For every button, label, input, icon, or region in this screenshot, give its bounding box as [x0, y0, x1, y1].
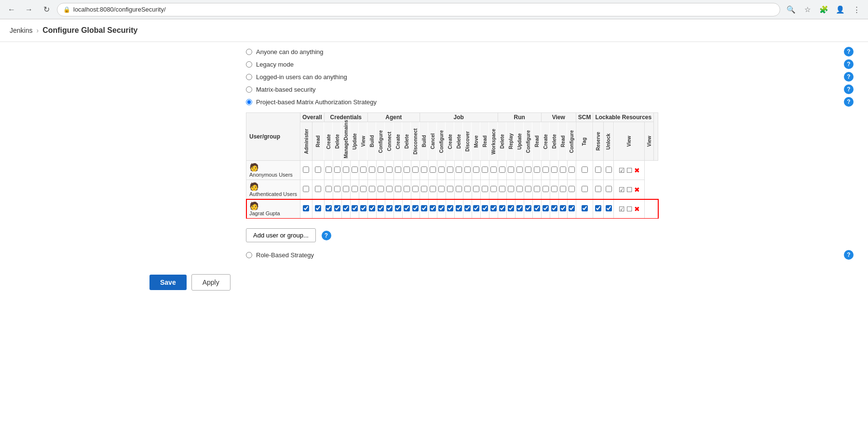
permission-checkbox[interactable] [352, 205, 358, 211]
permission-checkbox[interactable] [525, 186, 531, 192]
permission-checkbox[interactable] [404, 205, 410, 211]
back-button[interactable]: ← [5, 3, 18, 16]
permission-checkbox[interactable] [303, 167, 309, 173]
permission-checkbox[interactable] [369, 167, 375, 173]
permission-checkbox[interactable] [516, 167, 523, 173]
permission-checkbox[interactable] [473, 167, 479, 173]
permission-checkbox[interactable] [326, 205, 332, 211]
permission-checkbox[interactable] [490, 205, 497, 211]
radio-anyone[interactable] [246, 49, 252, 55]
forward-button[interactable]: → [22, 3, 36, 16]
profile-button[interactable]: 👤 [833, 3, 847, 16]
permission-checkbox[interactable] [456, 186, 462, 192]
permission-checkbox[interactable] [369, 205, 375, 211]
help-icon-3[interactable]: ? [844, 72, 854, 82]
help-icon-matrix[interactable]: ? [322, 231, 331, 240]
permission-checkbox[interactable] [430, 186, 436, 192]
permission-checkbox[interactable] [499, 186, 505, 192]
permission-checkbox[interactable] [595, 205, 601, 211]
permission-checkbox[interactable] [315, 167, 321, 173]
permission-checkbox[interactable] [360, 167, 366, 173]
permission-checkbox[interactable] [473, 205, 479, 211]
clear-all-icon[interactable]: ☐ [626, 205, 633, 213]
reload-button[interactable]: ↻ [40, 3, 53, 16]
permission-checkbox[interactable] [395, 186, 401, 192]
permission-checkbox[interactable] [438, 167, 445, 173]
permission-checkbox[interactable] [334, 205, 340, 211]
permission-checkbox[interactable] [508, 167, 514, 173]
permission-checkbox[interactable] [352, 167, 358, 173]
permission-checkbox[interactable] [378, 205, 384, 211]
select-all-icon[interactable]: ☑ [619, 186, 625, 194]
help-icon-4[interactable]: ? [844, 84, 854, 94]
permission-checkbox[interactable] [582, 167, 588, 173]
permission-checkbox[interactable] [369, 186, 375, 192]
radio-matrix[interactable] [246, 86, 252, 93]
permission-checkbox[interactable] [343, 167, 349, 173]
permission-checkbox[interactable] [551, 205, 557, 211]
permission-checkbox[interactable] [395, 167, 401, 173]
permission-checkbox[interactable] [378, 167, 384, 173]
permission-checkbox[interactable] [447, 186, 453, 192]
permission-checkbox[interactable] [456, 205, 462, 211]
permission-checkbox[interactable] [482, 167, 488, 173]
permission-checkbox[interactable] [395, 205, 401, 211]
clear-all-icon[interactable]: ☐ [626, 186, 633, 194]
permission-checkbox[interactable] [595, 186, 601, 192]
permission-checkbox[interactable] [386, 167, 393, 173]
permission-checkbox[interactable] [326, 186, 332, 192]
permission-checkbox[interactable] [303, 205, 309, 211]
permission-checkbox[interactable] [569, 167, 575, 173]
permission-checkbox[interactable] [560, 186, 566, 192]
radio-project-matrix[interactable] [246, 99, 252, 105]
menu-button[interactable]: ⋮ [850, 3, 863, 16]
permission-checkbox[interactable] [352, 186, 358, 192]
permission-checkbox[interactable] [464, 167, 471, 173]
permission-checkbox[interactable] [421, 205, 427, 211]
permission-checkbox[interactable] [482, 186, 488, 192]
permission-checkbox[interactable] [490, 167, 497, 173]
permission-checkbox[interactable] [386, 186, 393, 192]
permission-checkbox[interactable] [412, 186, 419, 192]
permission-checkbox[interactable] [421, 186, 427, 192]
permission-checkbox[interactable] [534, 205, 540, 211]
permission-checkbox[interactable] [490, 186, 497, 192]
permission-checkbox[interactable] [404, 167, 410, 173]
help-icon-5[interactable]: ? [844, 97, 854, 107]
help-icon-1[interactable]: ? [844, 47, 854, 56]
permission-checkbox[interactable] [438, 186, 445, 192]
permission-checkbox[interactable] [464, 186, 471, 192]
permission-checkbox[interactable] [525, 167, 531, 173]
permission-checkbox[interactable] [499, 205, 505, 211]
permission-checkbox[interactable] [447, 205, 453, 211]
delete-user-icon[interactable]: ✖ [634, 186, 640, 194]
permission-checkbox[interactable] [315, 186, 321, 192]
permission-checkbox[interactable] [595, 167, 601, 173]
apply-button[interactable]: Apply [191, 274, 231, 291]
permission-checkbox[interactable] [421, 167, 427, 173]
permission-checkbox[interactable] [360, 205, 366, 211]
help-icon-role-based[interactable]: ? [844, 250, 854, 260]
permission-checkbox[interactable] [569, 205, 575, 211]
jenkins-breadcrumb[interactable]: Jenkins [10, 27, 32, 34]
delete-user-icon[interactable]: ✖ [634, 205, 640, 213]
permission-checkbox[interactable] [456, 167, 462, 173]
permission-checkbox[interactable] [315, 205, 321, 211]
permission-checkbox[interactable] [508, 205, 514, 211]
permission-checkbox[interactable] [606, 186, 612, 192]
extension-button[interactable]: 🧩 [817, 3, 830, 16]
permission-checkbox[interactable] [360, 186, 366, 192]
radio-role-based[interactable] [246, 252, 252, 258]
permission-checkbox[interactable] [542, 205, 549, 211]
permission-checkbox[interactable] [582, 186, 588, 192]
select-all-icon[interactable]: ☑ [619, 205, 625, 213]
radio-legacy[interactable] [246, 61, 252, 68]
permission-checkbox[interactable] [412, 167, 419, 173]
permission-checkbox[interactable] [508, 186, 514, 192]
clear-all-icon[interactable]: ☐ [626, 167, 633, 174]
save-button[interactable]: Save [149, 275, 187, 290]
permission-checkbox[interactable] [473, 186, 479, 192]
permission-checkbox[interactable] [343, 205, 349, 211]
permission-checkbox[interactable] [582, 205, 588, 211]
permission-checkbox[interactable] [542, 167, 549, 173]
